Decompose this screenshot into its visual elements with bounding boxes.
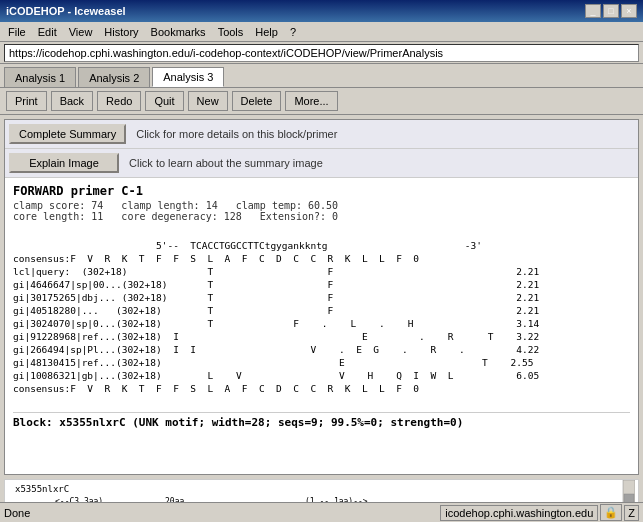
complete-summary-button[interactable]: Complete Summary: [9, 124, 126, 144]
explain-image-button[interactable]: Explain Image: [9, 153, 119, 173]
tab-analysis1[interactable]: Analysis 1: [4, 67, 76, 87]
minimize-button[interactable]: _: [585, 4, 601, 18]
tab-analysis2[interactable]: Analysis 2: [78, 67, 150, 87]
zotero-icon: Z: [624, 505, 639, 521]
maximize-button[interactable]: □: [603, 4, 619, 18]
redo-button[interactable]: Redo: [97, 91, 141, 111]
back-button[interactable]: Back: [51, 91, 93, 111]
window-title: iCODEHOP - Iceweasel: [6, 5, 126, 17]
delete-button[interactable]: Delete: [232, 91, 282, 111]
addressbar: [0, 42, 643, 64]
statusbar: Done icodehop.cphi.washington.edu 🔒 Z: [0, 502, 643, 522]
alignment-area: 5'-- TCAСCTGGCCTTCtgygankkntg -3' consen…: [13, 226, 630, 408]
tabbar: Analysis 1 Analysis 2 Analysis 3: [0, 64, 643, 88]
menu-question[interactable]: ?: [286, 25, 300, 39]
explain-image-text: Click to learn about the summary image: [123, 157, 323, 169]
menu-view[interactable]: View: [65, 25, 97, 39]
menu-file[interactable]: File: [4, 25, 30, 39]
new-button[interactable]: New: [188, 91, 228, 111]
menu-help[interactable]: Help: [251, 25, 282, 39]
menu-bookmarks[interactable]: Bookmarks: [147, 25, 210, 39]
toolbar: Print Back Redo Quit New Delete More...: [0, 88, 643, 115]
status-domain: icodehop.cphi.washington.edu: [440, 505, 598, 521]
summary-row-2: Explain Image Click to learn about the s…: [5, 149, 638, 178]
svg-text:x5355nlxrC: x5355nlxrC: [15, 484, 69, 494]
status-right: icodehop.cphi.washington.edu 🔒 Z: [440, 504, 639, 521]
content-body: FORWARD primer C-1 clamp score: 74 clamp…: [5, 178, 638, 474]
block-info: Block: x5355nlxrC (UNK motif; width=28; …: [13, 412, 630, 429]
primer-title: FORWARD primer C-1: [13, 184, 630, 198]
menu-edit[interactable]: Edit: [34, 25, 61, 39]
status-text: Done: [4, 507, 440, 519]
quit-button[interactable]: Quit: [145, 91, 183, 111]
primer-info: clamp score: 74 clamp length: 14 clamp t…: [13, 200, 630, 222]
complete-summary-text: Click for more details on this block/pri…: [130, 128, 337, 140]
menu-history[interactable]: History: [100, 25, 142, 39]
menubar: File Edit View History Bookmarks Tools H…: [0, 22, 643, 42]
address-input[interactable]: [4, 44, 639, 62]
summary-row-1: Complete Summary Click for more details …: [5, 120, 638, 149]
lock-icon: 🔒: [600, 504, 622, 521]
main-content: Complete Summary Click for more details …: [4, 119, 639, 475]
tab-analysis3[interactable]: Analysis 3: [152, 67, 224, 87]
titlebar: iCODEHOP - Iceweasel _ □ ×: [0, 0, 643, 22]
print-button[interactable]: Print: [6, 91, 47, 111]
menu-tools[interactable]: Tools: [214, 25, 248, 39]
window-controls[interactable]: _ □ ×: [585, 4, 637, 18]
more-button[interactable]: More...: [285, 91, 337, 111]
close-button[interactable]: ×: [621, 4, 637, 18]
